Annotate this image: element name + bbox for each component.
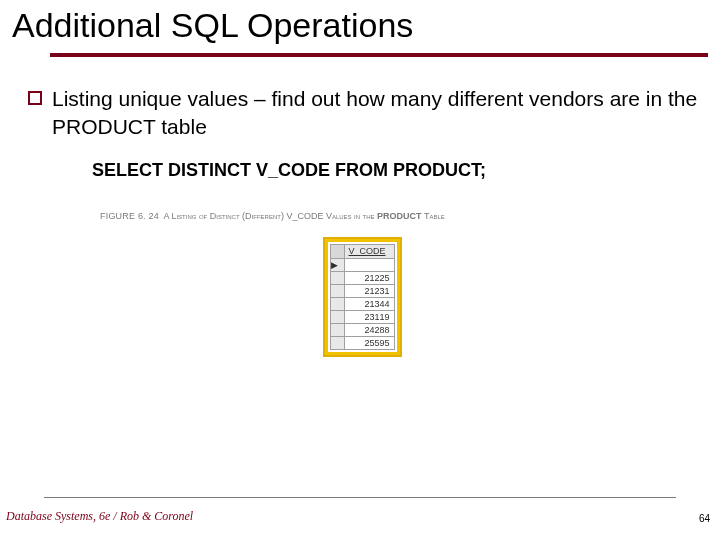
footer-divider [44, 497, 676, 498]
title-underline [50, 53, 708, 57]
sql-statement: SELECT DISTINCT V_CODE FROM PRODUCT; [92, 160, 708, 181]
row-selector-icon: ▶ [330, 258, 344, 271]
slide-title: Additional SQL Operations [12, 6, 708, 45]
column-header: V_CODE [344, 244, 394, 258]
figure-description: A Listing of Distinct (Different) V_CODE… [163, 211, 444, 221]
table-row: 21225 [330, 271, 394, 284]
figure-label: FIGURE 6. 24 [100, 211, 159, 221]
footer-text: Database Systems, 6e / Rob & Coronel [6, 509, 193, 524]
table-row: 24288 [330, 323, 394, 336]
table-header-row: V_CODE [330, 244, 394, 258]
bullet-icon [28, 91, 42, 105]
bullet-item: Listing unique values – find out how man… [28, 85, 704, 142]
table-row: 25595 [330, 336, 394, 349]
page-number: 64 [699, 513, 710, 524]
figure-caption: FIGURE 6. 24 A Listing of Distinct (Diff… [92, 201, 632, 229]
result-table: V_CODE ▶ 21225 21231 [323, 237, 402, 357]
figure-block: FIGURE 6. 24 A Listing of Distinct (Diff… [92, 201, 632, 371]
bullet-text: Listing unique values – find out how man… [52, 85, 704, 142]
table-row: 21231 [330, 284, 394, 297]
table-row: ▶ [330, 258, 394, 271]
table-row: 21344 [330, 297, 394, 310]
table-row: 23119 [330, 310, 394, 323]
row-selector-header [330, 244, 344, 258]
